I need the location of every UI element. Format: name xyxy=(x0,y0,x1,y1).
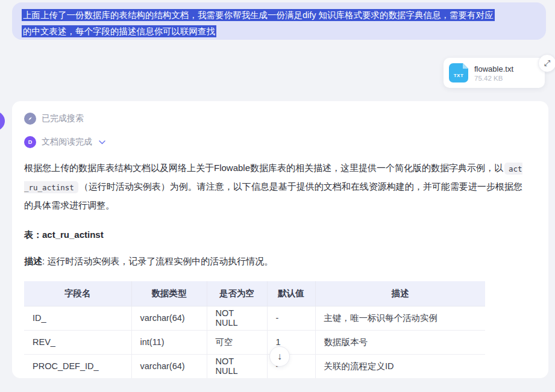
user-message-line: 上面上传了一份数据库的表结构的结构文档，我需要你帮我生成一份满足dify 知识库… xyxy=(22,7,536,23)
table-cell: int(11) xyxy=(131,330,207,354)
table-title-label: 表： xyxy=(24,229,42,240)
answer-paragraph: 根据您上传的数据库表结构文档以及网络上关于Flowable数据库表的相关描述，这… xyxy=(24,159,525,214)
txt-file-icon: TXT xyxy=(449,63,468,82)
user-message-line: 的中文表述，每个字段的描述信息你可以联网查找 xyxy=(22,23,536,40)
compass-icon xyxy=(24,113,36,125)
scroll-to-bottom-button[interactable]: ↓ xyxy=(269,346,290,367)
document-icon: D xyxy=(24,136,36,148)
table-cell: 关联的流程定义ID xyxy=(315,354,485,378)
table-header-cell: 字段名 xyxy=(24,281,131,306)
table-header-cell: 数据类型 xyxy=(131,281,207,306)
arrow-down-icon: ↓ xyxy=(277,351,282,362)
step-doc-read-complete[interactable]: D 文档阅读完成 xyxy=(24,136,105,148)
table-description: 描述: 运行时活动实例表，记录了流程实例中的活动执行情况。 xyxy=(24,256,536,267)
assistant-panel: 已完成搜索 D 文档阅读完成 根据您上传的数据库表结构文档以及网络上关于Flow… xyxy=(12,101,548,378)
table-header-cell: 描述 xyxy=(315,281,485,306)
table-cell: PROC_DEF_ID_ xyxy=(24,354,131,378)
file-meta: flowable.txt 75.42 KB xyxy=(474,64,513,82)
txt-file-type-label: TXT xyxy=(454,73,464,78)
table-cell: NOT NULL xyxy=(207,354,267,378)
step-label: 已完成搜索 xyxy=(42,113,84,124)
expand-icon: ⤢ xyxy=(544,58,550,68)
file-name: flowable.txt xyxy=(474,64,513,73)
step-label: 文档阅读完成 xyxy=(42,137,92,148)
table-description-label: 描述 xyxy=(24,256,42,266)
table-cell: - xyxy=(267,306,315,330)
table-cell: ID_ xyxy=(24,306,131,330)
table-header-cell: 是否为空 xyxy=(207,281,267,306)
table-cell: varchar(64) xyxy=(131,354,207,378)
table-cell: REV_ xyxy=(24,330,131,354)
table-cell: 可空 xyxy=(207,330,267,354)
assistant-avatar xyxy=(0,111,5,131)
selected-text: 的中文表述，每个字段的描述信息你可以联网查找 xyxy=(22,25,216,37)
table-cell: 主键，唯一标识每个活动实例 xyxy=(315,306,485,330)
expand-button[interactable]: ⤢ xyxy=(538,54,555,72)
chevron-down-icon[interactable] xyxy=(99,140,105,145)
table-header-row: 字段名 数据类型 是否为空 默认值 描述 xyxy=(24,281,485,306)
table-cell: 数据版本号 xyxy=(315,330,485,354)
table-description-text: : 运行时活动实例表，记录了流程实例中的活动执行情况。 xyxy=(42,256,273,266)
table-row: ID_ varchar(64) NOT NULL - 主键，唯一标识每个活动实例 xyxy=(24,306,485,330)
table-cell: NOT NULL xyxy=(207,306,267,330)
paragraph-text: 根据您上传的数据库表结构文档以及网络上关于Flowable数据库表的相关描述，这… xyxy=(24,163,503,173)
file-size: 75.42 KB xyxy=(474,75,513,82)
selected-text: 上面上传了一份数据库的表结构的结构文档，我需要你帮我生成一份满足dify 知识库… xyxy=(22,9,495,21)
table-header-cell: 默认值 xyxy=(267,281,315,306)
step-search-complete[interactable]: 已完成搜索 xyxy=(24,113,84,125)
table-row: REV_ int(11) 可空 1 数据版本号 xyxy=(24,330,485,354)
table-title-value: act_ru_actinst xyxy=(42,229,104,240)
file-card[interactable]: TXT flowable.txt 75.42 KB xyxy=(444,58,545,88)
data-dictionary-table: 字段名 数据类型 是否为空 默认值 描述 ID_ varchar(64) NOT… xyxy=(24,281,485,378)
table-cell: varchar(64) xyxy=(131,306,207,330)
user-message-bubble: 上面上传了一份数据库的表结构的结构文档，我需要你帮我生成一份满足dify 知识库… xyxy=(12,2,546,40)
table-row: PROC_DEF_ID_ varchar(64) NOT NULL - 关联的流… xyxy=(24,354,485,378)
folded-corner xyxy=(463,63,468,69)
paragraph-text: （运行时活动实例表）为例。请注意，以下信息是基于提供的文档和在线资源构建的，并可… xyxy=(24,181,522,210)
table-title: 表：act_ru_actinst xyxy=(24,229,536,241)
